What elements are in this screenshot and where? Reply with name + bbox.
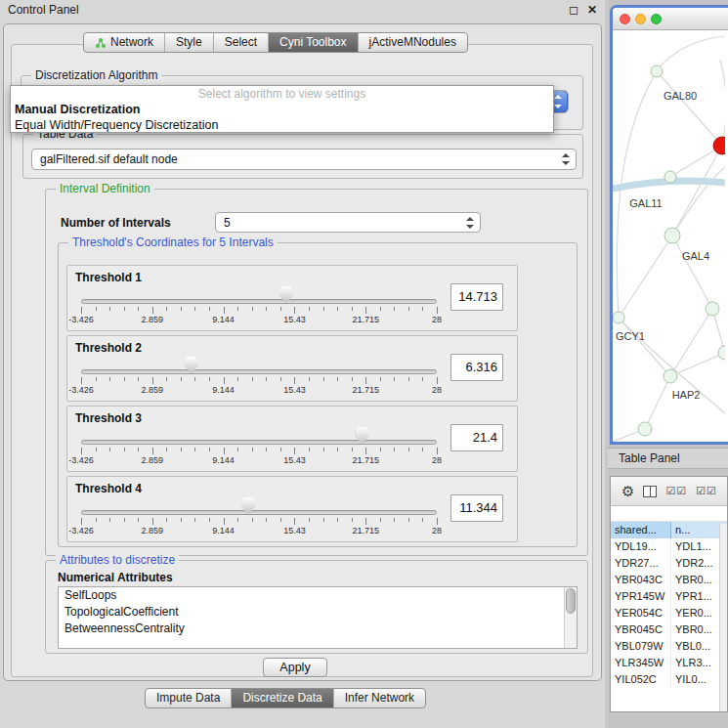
network-edge[interactable] <box>672 146 722 236</box>
numerical-attributes-list: SelfLoopsTopologicalCoefficientBetweenne… <box>59 587 577 637</box>
table-row[interactable]: YPR145WYPR1... <box>611 588 727 605</box>
gear-icon[interactable]: ⚙ <box>621 484 634 498</box>
column-header-shared-name[interactable]: shared... <box>611 522 671 538</box>
tab-select[interactable]: Select <box>213 33 268 52</box>
columns-icon[interactable] <box>643 486 657 497</box>
interval-definition-group: Interval Definition Number of Intervals … <box>45 189 588 556</box>
table-panel-titlebar: Table Panel <box>608 448 728 469</box>
network-canvas[interactable]: GAL80GAL11GAL4GCY1HAP2 <box>613 30 725 442</box>
tab-impute-data[interactable]: Impute Data <box>146 689 231 707</box>
network-edge[interactable] <box>672 167 725 236</box>
tab-style[interactable]: Style <box>164 33 213 52</box>
threshold-panel: Threshold 3 -3.4262.8599.14415.4321.7152… <box>66 406 518 472</box>
slider-tick-labels: -3.4262.8599.14415.4321.71528 <box>81 526 437 536</box>
table-toolbar: ⚙ ☑☑ ☑☑ <box>611 477 727 506</box>
table-row[interactable]: YBR045CYBR0... <box>611 621 727 638</box>
network-node[interactable] <box>664 369 677 383</box>
slider-track[interactable] <box>81 299 437 304</box>
table-row[interactable]: YLR345WYLR3... <box>611 655 727 671</box>
tab-jactivemnodules[interactable]: jActiveMNodules <box>358 33 467 52</box>
attributes-legend: Attributes to discretize <box>56 553 179 567</box>
network-edge[interactable] <box>657 36 725 71</box>
tab-network[interactable]: Network <box>84 33 164 52</box>
screen: Control Panel ◻ ✕ Network Style Select C… <box>0 0 728 728</box>
select-all-icon[interactable]: ☑☑ <box>696 485 717 497</box>
table-row[interactable]: YBR043CYBR0... <box>611 572 727 588</box>
network-node[interactable] <box>613 312 624 323</box>
tab-discretize-data[interactable]: Discretize Data <box>231 689 332 707</box>
threshold-value-box[interactable]: 21.4 <box>450 424 503 451</box>
threshold-value-box[interactable]: 6.316 <box>450 354 503 381</box>
threshold-slider[interactable]: -3.4262.8599.14415.4321.71528 <box>81 492 437 537</box>
attribute-list-item[interactable]: BetweennessCentrality <box>59 621 577 637</box>
table-cell: YDR27... <box>611 555 671 572</box>
table-cell: YLR345W <box>611 655 671 671</box>
network-node[interactable] <box>638 422 652 436</box>
close-button[interactable] <box>620 14 630 24</box>
network-edge[interactable] <box>619 236 672 318</box>
minimize-button[interactable] <box>635 14 646 24</box>
table-row[interactable]: YIL052CYIL0... <box>611 671 727 688</box>
network-node-label: HAP2 <box>672 389 701 401</box>
threshold-panel: Threshold 1 -3.4262.8599.14415.4321.7152… <box>66 265 518 331</box>
network-node-label: GAL4 <box>682 250 709 262</box>
attribute-list-item[interactable]: SelfLoops <box>59 587 577 604</box>
slider-track[interactable] <box>81 510 437 515</box>
close-icon[interactable]: ✕ <box>587 3 597 17</box>
table-header-row: shared... n... <box>611 522 727 538</box>
float-icon[interactable]: ◻ <box>569 3 578 17</box>
threshold-value-box[interactable]: 14.713 <box>450 283 503 311</box>
list-scrollbar[interactable] <box>564 587 577 648</box>
control-panel-titlebar: Control Panel ◻ ✕ <box>0 0 605 19</box>
network-node-label: GCY1 <box>616 330 645 342</box>
network-edge[interactable] <box>645 376 670 429</box>
scrollbar-thumb[interactable] <box>566 588 576 614</box>
attribute-list-item[interactable]: TopologicalCoefficient <box>59 604 577 621</box>
network-node[interactable] <box>706 302 719 316</box>
table-data-group: Table Data galFiltered.sif default node <box>22 134 583 179</box>
slider-tick-labels: -3.4262.8599.14415.4321.71528 <box>81 385 437 396</box>
number-of-intervals-value: 5 <box>224 216 231 230</box>
network-canvas-svg[interactable]: GAL80GAL11GAL4GCY1HAP2 <box>613 30 725 442</box>
tab-label: Cyni Toolbox <box>279 33 346 52</box>
threshold-slider[interactable]: -3.4262.8599.14415.4321.71528 <box>81 422 437 467</box>
dropdown-option-equal-width[interactable]: Equal Width/Frequency Discretization <box>11 117 553 133</box>
table-data-select[interactable]: galFiltered.sif default node <box>31 149 577 170</box>
table-row[interactable]: YER054CYER0... <box>611 605 727 621</box>
network-edge[interactable] <box>617 71 657 318</box>
network-edge[interactable] <box>670 309 712 376</box>
table-row[interactable]: YDR27...YDR2... <box>611 555 727 572</box>
network-edge[interactable] <box>672 236 712 309</box>
select-all-icon[interactable]: ☑☑ <box>665 485 687 497</box>
attributes-group: Attributes to discretize Numerical Attri… <box>45 560 588 654</box>
table-panel-title: Table Panel <box>619 451 680 465</box>
network-node[interactable] <box>651 65 663 77</box>
stepper-icon[interactable] <box>466 217 475 229</box>
network-edge[interactable] <box>720 60 725 146</box>
slider-track[interactable] <box>81 440 437 445</box>
stepper-icon[interactable] <box>562 153 571 165</box>
zoom-button[interactable] <box>651 14 662 24</box>
table-row[interactable]: YBL079WYBL0... <box>611 638 727 655</box>
tab-infer-network[interactable]: Infer Network <box>333 689 425 707</box>
network-node[interactable] <box>713 137 725 154</box>
bottom-tab-bar: Impute Data Discretize Data Infer Networ… <box>145 688 426 708</box>
network-window-titlebar <box>613 8 728 30</box>
table-scrollbar[interactable] <box>719 524 727 711</box>
number-of-intervals-select[interactable]: 5 <box>215 212 481 233</box>
network-node[interactable] <box>664 228 680 243</box>
network-node[interactable] <box>664 171 676 183</box>
network-edge[interactable] <box>657 71 722 146</box>
numerical-attributes-listbox[interactable]: SelfLoopsTopologicalCoefficientBetweenne… <box>58 586 578 649</box>
threshold-slider[interactable]: -3.4262.8599.14415.4321.71528 <box>81 281 437 326</box>
apply-button[interactable]: Apply <box>263 658 327 677</box>
dropdown-option-manual[interactable]: Manual Discretization <box>11 102 553 117</box>
network-node[interactable] <box>718 346 725 360</box>
threshold-slider[interactable]: -3.4262.8599.14415.4321.71528 <box>81 352 437 397</box>
slider-track[interactable] <box>81 369 437 374</box>
threshold-value-box[interactable]: 11.344 <box>450 494 503 522</box>
slider-tick-labels: -3.4262.8599.14415.4321.71528 <box>81 315 437 325</box>
table-cell: YDL19... <box>611 538 671 555</box>
tab-cyni-toolbox[interactable]: Cyni Toolbox <box>268 33 357 52</box>
table-row[interactable]: YDL19...YDL1... <box>611 538 727 555</box>
